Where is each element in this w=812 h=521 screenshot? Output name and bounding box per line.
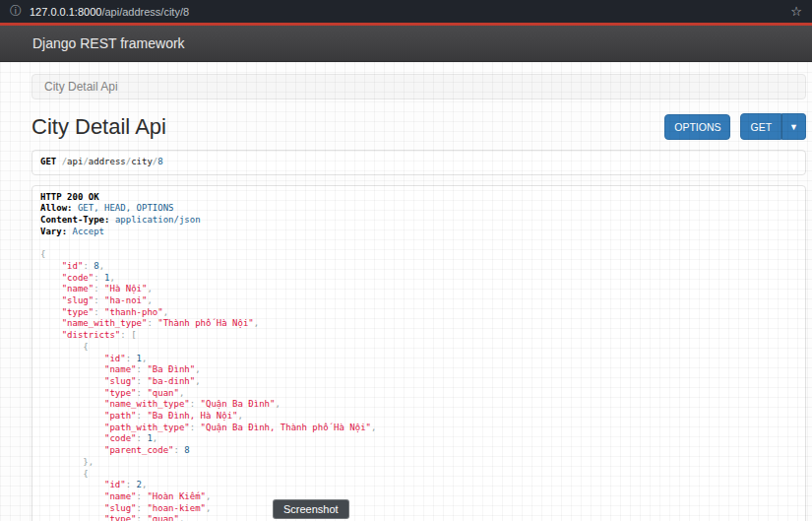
request-method: GET (40, 157, 56, 166)
breadcrumb-bar: City Detail Api (0, 62, 812, 107)
main-content: City Detail Api OPTIONS GET ▼ GET /api/a… (0, 113, 812, 521)
bookmark-star-icon[interactable]: ☆ (790, 4, 802, 19)
response-header-line: Allow: GET, HEAD, OPTIONS (40, 203, 797, 215)
code-line: "type": "quan", (40, 388, 797, 400)
code-line: { (40, 342, 797, 354)
response-header-line: Vary: Accept (40, 227, 797, 238)
drf-navbar: Django REST framework (0, 26, 812, 62)
url-path: /api/address/city/8 (101, 6, 189, 18)
code-line: "id": 2, (40, 480, 797, 491)
get-button-group: GET ▼ (740, 113, 806, 140)
code-line: "type": "thanh-pho", (40, 307, 797, 319)
code-line: "districts": [ (40, 330, 797, 342)
page-info-icon[interactable]: ⓘ (10, 3, 22, 20)
code-line: "code": 1, (40, 273, 797, 285)
code-line: "type": "quan", (40, 514, 797, 521)
response-info-box: HTTP 200 OK Allow: GET, HEAD, OPTIONSCon… (31, 185, 806, 521)
request-line: GET /api/address/city/8 (40, 157, 797, 168)
caret-down-icon: ▼ (789, 121, 798, 133)
code-line: "path": "Ba Đình, Hà Nội", (40, 411, 797, 423)
code-line: { (40, 249, 797, 261)
code-line: "slug": "ba-dinh", (40, 376, 797, 388)
address-bar[interactable]: 127.0.0.1:8000/api/address/city/8 (30, 6, 782, 18)
url-host: 127.0.0.1:8000 (30, 6, 101, 18)
screenshot-badge: Screenshot (273, 499, 349, 519)
code-line: "name": "Hoàn Kiếm", (40, 491, 797, 503)
code-line: "slug": "hoan-kiem", (40, 503, 797, 515)
title-row: City Detail Api OPTIONS GET ▼ (31, 113, 806, 140)
page-title: City Detail Api (31, 114, 166, 140)
breadcrumb-item: City Detail Api (31, 74, 806, 99)
code-line: "name_with_type": "Thành phố Hà Nội", (40, 318, 797, 330)
code-line: "id": 1, (40, 354, 797, 365)
action-buttons: OPTIONS GET ▼ (664, 113, 806, 140)
code-line: "parent_code": 8 (40, 445, 797, 457)
navbar-brand-link[interactable]: Django REST framework (32, 35, 185, 51)
code-line: "name_with_type": "Quận Ba Đình", (40, 399, 797, 411)
code-line: "code": 1, (40, 433, 797, 445)
response-headers: Allow: GET, HEAD, OPTIONSContent-Type: a… (40, 203, 797, 237)
get-dropdown-button[interactable]: ▼ (781, 113, 806, 140)
code-line: }, (40, 457, 797, 469)
code-line: "slug": "ha-noi", (40, 295, 797, 307)
request-info-box: GET /api/address/city/8 (31, 150, 806, 175)
code-line: "name": "Hà Nội", (40, 284, 797, 295)
response-header-line: Content-Type: application/json (40, 215, 797, 227)
code-line: { (40, 469, 797, 481)
options-button[interactable]: OPTIONS (664, 114, 730, 140)
get-button[interactable]: GET (740, 113, 781, 140)
code-line: "path_with_type": "Quận Ba Đình, Thành p… (40, 423, 797, 434)
request-path: /api/address/city/8 (62, 157, 163, 166)
browser-chrome: ⓘ 127.0.0.1:8000/api/address/city/8 ☆ (0, 0, 812, 23)
response-body: { "id": 8, "code": 1, "name": "Hà Nội", … (40, 249, 797, 521)
code-line: "name": "Ba Đình", (40, 364, 797, 376)
code-line: "id": 8, (40, 261, 797, 273)
response-status: HTTP 200 OK (40, 192, 797, 204)
